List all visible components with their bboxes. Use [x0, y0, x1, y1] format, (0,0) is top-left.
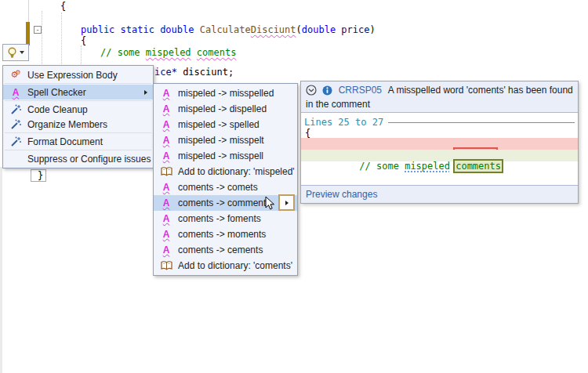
submenu-item-label: mispeled -> misspelt [178, 135, 264, 146]
submenu-item-add-to-dictionary-mispeled[interactable]: Add to dictionary: 'mispeled' [154, 164, 297, 179]
spell-checker-icon: A [160, 103, 172, 115]
lines-range-row: Lines 25 to 27 [304, 117, 575, 128]
code-line-open-brace-2: { [81, 35, 86, 46]
indent-guide [42, 11, 42, 64]
info-icon [322, 85, 332, 99]
menu-item-label: Spell Checker [27, 87, 86, 98]
menu-item-label: Organize Members [27, 119, 107, 130]
menu-separator [5, 132, 151, 133]
submenu-item-suggestion[interactable]: Acoments -> comets [154, 179, 297, 195]
spell-checker-icon: A [160, 134, 172, 147]
lightbulb-button[interactable] [2, 44, 29, 61]
submenu-item-label: mispeled -> spelled [178, 119, 260, 130]
wand-icon [9, 136, 22, 148]
submenu-item-label: coments -> foments [178, 213, 261, 224]
submenu-item-suggestion[interactable]: Acoments -> foments [154, 211, 297, 226]
spell-checker-icon: A [160, 197, 172, 209]
quick-actions-menu: ⚙⚙ Use Expression Body A Spell Checker C… [2, 65, 154, 168]
diagnostic-preview-panel: CRRSP05 A misspelled word 'coments' has … [300, 81, 579, 204]
spell-checker-submenu: Amispeled -> misspelled Amispeled -> dis… [153, 83, 298, 276]
fragment-param: ice* [154, 67, 177, 78]
preview-flyout-button[interactable] [278, 194, 295, 211]
submenu-item-suggestion[interactable]: Acoments -> moments [154, 226, 297, 242]
preview-open-brace: { [305, 128, 310, 139]
indent-guide [81, 45, 82, 64]
submenu-item-label: Add to dictionary: 'mispeled' [178, 166, 295, 177]
param-name: price [336, 24, 369, 35]
preview-changes-link[interactable]: Preview changes [306, 189, 377, 200]
submenu-item-suggestion[interactable]: Amispeled -> spelled [154, 117, 297, 132]
submenu-item-label: mispeled -> misspell [178, 150, 263, 161]
menu-item-format-document[interactable]: Format Document [3, 134, 153, 149]
menu-separator [5, 150, 151, 150]
diff-removed-line: // some mispeled coments [301, 138, 578, 150]
editor-margin-strip [0, 167, 2, 373]
mouse-cursor-icon [265, 196, 275, 211]
fragment-identifier: disciunt; [177, 67, 234, 78]
diff-added-line: // some mispeled comments [301, 150, 578, 161]
menu-item-label: Code Cleanup [27, 104, 88, 115]
panel-footer: Preview changes [301, 185, 578, 203]
paren: ( [296, 24, 302, 35]
code-line-close-brace: } [31, 169, 46, 182]
method-name: Calculate [200, 24, 251, 35]
menu-separator [5, 83, 151, 84]
menu-item-suppress-or-configure[interactable]: Suppress or Configure issues [3, 151, 153, 166]
spell-checker-icon: A [160, 228, 172, 241]
submenu-item-label: Add to dictionary: 'coments' [178, 260, 292, 271]
indent-guide [61, 13, 62, 64]
submenu-item-label: mispeled -> dispelled [178, 103, 267, 114]
diagnostic-header: CRRSP05 A misspelled word 'coments' has … [301, 81, 578, 113]
diff-word-mispeled: mispeled [405, 161, 450, 172]
menu-item-label: Use Expression Body [27, 70, 118, 81]
menu-item-label: Suppress or Configure issues [27, 154, 151, 165]
menu-item-code-cleanup[interactable]: Code Cleanup [3, 102, 153, 117]
submenu-item-coments-to-comments[interactable]: A coments -> comments [154, 195, 297, 211]
comment-text: // some [100, 47, 146, 58]
submenu-item-suggestion[interactable]: Amispeled -> misspelt [154, 132, 297, 148]
comment-text [191, 47, 197, 58]
lightbulb-icon [7, 47, 17, 59]
submenu-item-label: coments -> moments [178, 229, 266, 240]
code-line-comment: // some mispeled coments [100, 47, 236, 58]
menu-item-label: Format Document [27, 136, 103, 147]
spell-checker-icon: A [9, 86, 22, 99]
gutter-divider [28, 0, 29, 22]
submenu-item-suggestion[interactable]: Acoments -> cements [154, 242, 297, 258]
spell-checker-icon: A [160, 87, 172, 100]
added-word-highlight: comments [453, 159, 503, 173]
submenu-arrow-icon [144, 90, 147, 95]
menu-item-use-expression-body[interactable]: ⚙⚙ Use Expression Body [3, 67, 153, 82]
code-editor-window: - { public static double CalculateDisciu… [0, 0, 588, 373]
spell-checker-icon: A [160, 212, 172, 225]
method-name-misspelled: Disciunt [251, 24, 296, 35]
menu-item-organize-members[interactable]: Organize Members [3, 117, 153, 132]
keyword-tokens: public static double [81, 24, 200, 35]
wand-icon [9, 103, 22, 116]
change-tracking-bar [26, 22, 30, 45]
horizontal-rule [388, 122, 575, 123]
spell-checker-icon: A [160, 244, 172, 256]
submenu-item-add-to-dictionary-coments[interactable]: Add to dictionary: 'coments' [154, 258, 297, 273]
wand-icon [9, 118, 22, 131]
spell-checker-icon: A [160, 118, 172, 131]
collapse-region-button[interactable]: - [34, 26, 42, 34]
submenu-item-label: mispeled -> misspelled [178, 88, 274, 99]
dictionary-book-icon [160, 259, 172, 272]
spell-checker-icon: A [160, 181, 172, 194]
code-line-method-signature: public static double CalculateDisciunt(d… [81, 24, 376, 35]
lines-range-label: Lines 25 to 27 [304, 117, 383, 128]
misspelled-word-mispeled: mispeled [146, 47, 191, 58]
submenu-item-suggestion[interactable]: Amispeled -> misspell [154, 148, 297, 164]
diff-text: // some [359, 161, 405, 172]
rule-id-link[interactable]: CRRSP05 [339, 85, 382, 96]
collapse-chevron-icon[interactable] [306, 85, 317, 99]
submenu-item-label: coments -> comets [178, 182, 258, 193]
menu-separator [5, 100, 151, 101]
dictionary-book-icon [160, 165, 172, 178]
code-line-open-brace: { [60, 1, 66, 12]
submenu-item-suggestion[interactable]: Amispeled -> dispelled [154, 101, 297, 117]
spell-checker-icon: A [160, 150, 172, 162]
menu-item-spell-checker[interactable]: A Spell Checker [3, 85, 153, 100]
submenu-item-suggestion[interactable]: Amispeled -> misspelled [154, 85, 297, 101]
